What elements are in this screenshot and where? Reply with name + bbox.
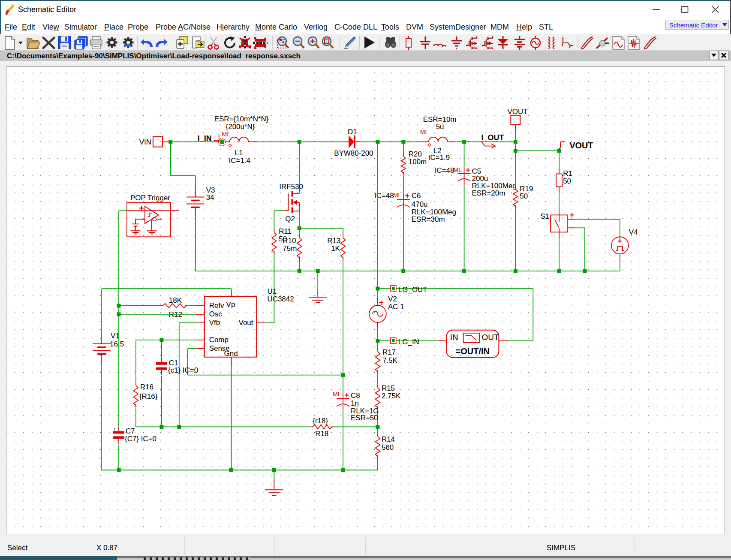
svg-text:2.75K: 2.75K xyxy=(382,392,401,400)
svg-text:R18: R18 xyxy=(315,430,328,438)
svg-text:{C7} IC=0: {C7} IC=0 xyxy=(125,435,156,443)
svg-text:ML: ML xyxy=(333,391,341,397)
svg-text:16.5: 16.5 xyxy=(110,340,124,348)
svg-text:C7: C7 xyxy=(126,427,135,435)
svg-text:560: 560 xyxy=(382,443,394,452)
svg-text:VOUT: VOUT xyxy=(569,141,593,150)
svg-text:200u: 200u xyxy=(472,175,488,183)
svg-text:18K: 18K xyxy=(169,296,182,304)
svg-text:1K: 1K xyxy=(331,244,340,253)
svg-text:Q2: Q2 xyxy=(285,215,295,223)
svg-text:34: 34 xyxy=(206,193,214,202)
svg-text:{R16}: {R16} xyxy=(139,392,158,400)
svg-text:V1: V1 xyxy=(111,332,120,340)
svg-text:ML: ML xyxy=(454,166,462,173)
svg-text:{c1} IC=0: {c1} IC=0 xyxy=(168,366,198,374)
svg-text:1n: 1n xyxy=(351,399,359,407)
svg-text:S1: S1 xyxy=(540,212,549,220)
svg-text:UC3842: UC3842 xyxy=(267,295,294,303)
svg-text:ESR=50: ESR=50 xyxy=(351,414,378,422)
svg-text:R20: R20 xyxy=(409,150,422,158)
svg-text:ML: ML xyxy=(420,129,429,135)
svg-text:IRF530: IRF530 xyxy=(279,183,303,191)
svg-text:ML: ML xyxy=(222,131,231,138)
svg-text:IC=48: IC=48 xyxy=(435,166,454,175)
svg-text:C8: C8 xyxy=(351,391,360,400)
svg-text:VOUT: VOUT xyxy=(507,108,527,116)
svg-text:R15: R15 xyxy=(382,384,395,392)
svg-text:L1: L1 xyxy=(235,149,243,157)
svg-text:ESR=30m: ESR=30m xyxy=(412,215,445,223)
svg-text:ML: ML xyxy=(393,192,402,199)
svg-text:R16: R16 xyxy=(140,383,153,391)
svg-text:+: + xyxy=(113,426,116,432)
svg-text:R13: R13 xyxy=(327,237,340,245)
svg-text:D1: D1 xyxy=(348,128,357,136)
svg-text:Vp: Vp xyxy=(226,301,235,309)
svg-text:R11: R11 xyxy=(279,227,292,235)
svg-text:IC=48: IC=48 xyxy=(374,192,394,200)
svg-text:100m: 100m xyxy=(409,158,427,166)
svg-text:7.5K: 7.5K xyxy=(382,356,398,364)
svg-text:POP Trigger: POP Trigger xyxy=(130,194,170,202)
svg-text:470u: 470u xyxy=(412,200,428,208)
svg-text:C6: C6 xyxy=(412,192,421,200)
svg-text:Vfb: Vfb xyxy=(209,319,220,327)
svg-text:V2: V2 xyxy=(388,295,397,303)
svg-text:BYW80-200: BYW80-200 xyxy=(334,149,373,157)
svg-text:I_IN: I_IN xyxy=(198,134,212,143)
svg-text:V4: V4 xyxy=(629,228,638,236)
svg-text:{200u*N}: {200u*N} xyxy=(226,123,255,131)
svg-text:IN: IN xyxy=(450,333,458,342)
svg-text:75m: 75m xyxy=(283,244,297,253)
svg-text:50: 50 xyxy=(520,192,528,200)
svg-text:I_OUT: I_OUT xyxy=(481,133,504,142)
svg-text:ESR={10m*N*N}: ESR={10m*N*N} xyxy=(214,115,269,123)
svg-text:VIN: VIN xyxy=(139,138,151,146)
svg-text:5u: 5u xyxy=(436,123,444,131)
svg-text:ESR=20m: ESR=20m xyxy=(472,189,505,197)
svg-text:OUT: OUT xyxy=(482,333,499,342)
svg-text:{r18}: {r18} xyxy=(313,417,328,425)
svg-text:Vout: Vout xyxy=(239,319,253,327)
svg-text:Refv: Refv xyxy=(209,301,224,310)
svg-text:Osc: Osc xyxy=(209,310,223,318)
svg-text:R1: R1 xyxy=(563,169,572,178)
svg-text:Comp: Comp xyxy=(209,336,229,344)
svg-text:IC=1.9: IC=1.9 xyxy=(428,154,450,162)
svg-text:R14: R14 xyxy=(382,435,395,443)
svg-text:R17: R17 xyxy=(382,348,396,356)
svg-text:R10: R10 xyxy=(283,237,296,245)
svg-text:IC=1.4: IC=1.4 xyxy=(229,157,250,165)
svg-text:Gnd: Gnd xyxy=(224,349,238,358)
svg-text:=OUT/IN: =OUT/IN xyxy=(456,346,490,356)
svg-text:LG_OUT: LG_OUT xyxy=(398,286,427,294)
svg-text:LG_IN: LG_IN xyxy=(398,338,419,346)
svg-text:AC 1: AC 1 xyxy=(388,303,404,311)
svg-text:U1: U1 xyxy=(267,287,277,295)
svg-text:50: 50 xyxy=(563,177,571,185)
